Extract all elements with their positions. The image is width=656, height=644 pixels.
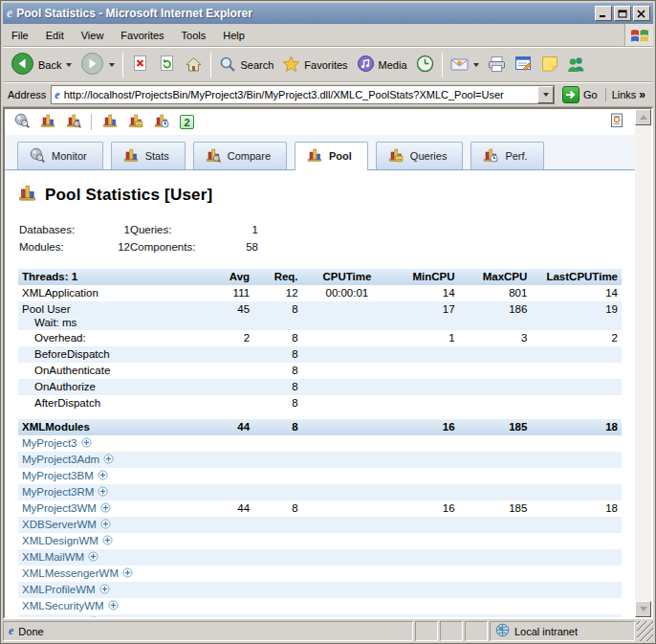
module-link[interactable]: XMLMailWM — [22, 551, 84, 563]
thread-row-cpu — [302, 301, 393, 330]
chart-icon — [123, 147, 139, 165]
compare-button[interactable] — [64, 113, 82, 131]
scroll-down-button[interactable] — [635, 601, 651, 617]
module-row-max — [459, 484, 532, 500]
refresh-button[interactable]: 2 — [178, 113, 196, 131]
row-label: MyProject3BM — [22, 470, 108, 481]
back-dropdown-icon[interactable] — [66, 63, 72, 67]
media-label: Media — [379, 59, 407, 71]
stats-button[interactable] — [38, 113, 56, 131]
module-link[interactable]: MyProject3 — [22, 437, 77, 449]
module-row-name: XMLMailWM — [18, 549, 206, 566]
address-input[interactable]: e http://localhost/ProjectsBin/MyProject… — [51, 85, 555, 104]
menu-help[interactable]: Help — [214, 26, 253, 45]
module-row-max — [459, 517, 532, 533]
forward-button[interactable] — [77, 49, 119, 80]
scroll-up-button[interactable] — [635, 109, 651, 125]
expand-icon[interactable] — [98, 470, 108, 482]
go-button[interactable]: Go — [559, 85, 601, 104]
menu-edit[interactable]: Edit — [37, 26, 73, 45]
thread-row-min: 1 — [392, 330, 458, 346]
resize-grip[interactable] — [637, 621, 653, 641]
print-button[interactable] — [484, 53, 510, 78]
expand-icon[interactable] — [98, 486, 108, 499]
module-link[interactable]: XMLSecurityWM — [22, 600, 104, 611]
mail-button[interactable] — [447, 53, 483, 77]
media-icon — [357, 55, 375, 75]
expand-icon[interactable] — [88, 551, 98, 564]
tab-monitor[interactable]: Monitor — [17, 142, 103, 169]
vertical-scrollbar[interactable] — [635, 109, 651, 617]
expand-icon[interactable] — [99, 584, 110, 596]
stop-button[interactable] — [127, 52, 153, 78]
media-button[interactable]: Media — [353, 52, 411, 78]
maximize-button[interactable] — [614, 6, 631, 21]
messenger-button[interactable] — [563, 53, 590, 78]
row-label: XMLUtilsWM — [22, 616, 99, 617]
search-button[interactable]: Search — [215, 53, 277, 78]
address-dropdown-button[interactable] — [537, 86, 554, 103]
module-row-min — [392, 533, 458, 549]
links-button[interactable]: Links » — [605, 88, 648, 101]
expand-icon[interactable] — [108, 600, 119, 612]
tab-queries[interactable]: Queries — [376, 142, 464, 169]
thread-row-min — [392, 346, 458, 363]
module-row-req — [253, 549, 301, 566]
monitor-button[interactable] — [12, 113, 31, 131]
favorites-button[interactable]: Favorites — [278, 53, 351, 78]
tab-perf[interactable]: Perf. — [470, 142, 543, 169]
edit-icon — [514, 56, 533, 74]
tab-stats[interactable]: Stats — [111, 142, 186, 169]
module-link[interactable]: XMLDesignWM — [22, 535, 98, 546]
edit-button[interactable] — [511, 53, 536, 77]
history-button[interactable] — [412, 52, 438, 78]
expand-icon[interactable] — [100, 519, 111, 531]
forward-dropdown-icon[interactable] — [109, 63, 115, 67]
menu-view[interactable]: View — [73, 26, 113, 45]
thread-row-max — [459, 379, 532, 395]
module-row-max: 185 — [459, 500, 532, 517]
expand-icon[interactable] — [122, 567, 133, 580]
pool-button[interactable] — [100, 113, 119, 131]
module-link[interactable]: MyProject3Adm — [22, 454, 99, 465]
menu-favorites[interactable]: Favorites — [112, 26, 172, 45]
expand-icon[interactable] — [102, 535, 113, 547]
home-button[interactable] — [181, 53, 207, 78]
minimize-button[interactable] — [595, 6, 612, 21]
back-button[interactable]: Back — [7, 49, 76, 80]
note-icon — [541, 56, 558, 74]
menu-file[interactable]: File — [3, 26, 37, 45]
thread-row: OnAuthorize8 — [18, 379, 622, 395]
window-title: Pool Statistics - Microsoft Internet Exp… — [16, 7, 595, 20]
close-button[interactable] — [633, 6, 650, 21]
queries-button[interactable] — [126, 113, 144, 131]
thread-row-min — [392, 379, 458, 395]
module-link[interactable]: MyProject3RM — [22, 486, 94, 498]
module-link[interactable]: XMLUtilsWM — [22, 616, 85, 617]
expand-icon[interactable] — [100, 502, 111, 515]
menu-tools[interactable]: Tools — [173, 26, 215, 45]
tab-compare[interactable]: Compare — [193, 142, 287, 169]
view-source-button[interactable] — [607, 113, 625, 131]
refresh-button[interactable] — [154, 52, 180, 78]
modules-header-row-last: 18 — [531, 419, 622, 435]
tab-pool[interactable]: Pool — [295, 142, 368, 170]
module-row-req — [253, 435, 301, 452]
module-link[interactable]: MyProject3BM — [22, 470, 94, 481]
expand-icon[interactable] — [81, 437, 92, 450]
module-link[interactable]: XDBServerWM — [22, 519, 97, 530]
discuss-button[interactable] — [537, 53, 562, 77]
module-link[interactable]: MyProject3WM — [22, 502, 97, 514]
module-link[interactable]: XMLProfileWM — [22, 584, 96, 595]
perf-button[interactable] — [152, 113, 170, 131]
address-url[interactable]: http://localhost/ProjectsBin/MyProject3/… — [64, 89, 534, 100]
title-bar[interactable]: e Pool Statistics - Microsoft Internet E… — [3, 3, 653, 24]
summary-value: 12 — [103, 241, 130, 253]
module-row-avg — [206, 468, 253, 484]
summary-value: 58 — [230, 241, 258, 253]
module-row-min — [392, 598, 458, 614]
module-link[interactable]: XMLMessengerWM — [22, 567, 119, 579]
expand-icon[interactable] — [103, 454, 114, 466]
mail-dropdown-icon[interactable] — [473, 63, 479, 67]
expand-icon[interactable] — [89, 616, 99, 617]
